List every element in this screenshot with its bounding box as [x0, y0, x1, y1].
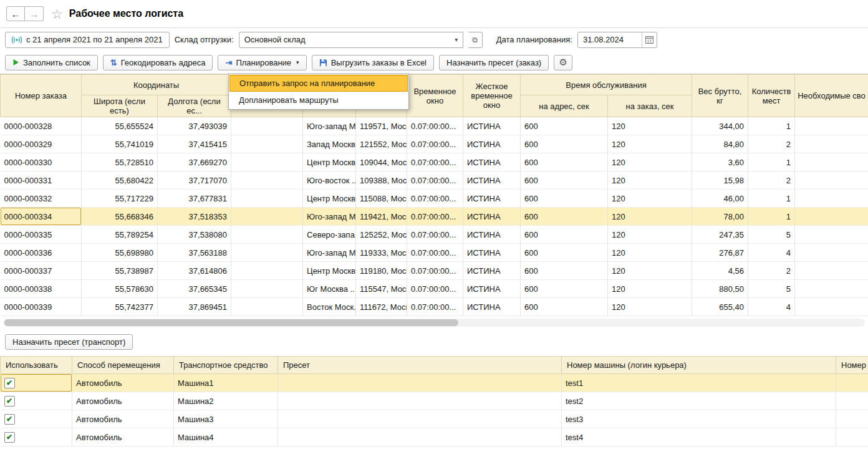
col-header-order-no[interactable]: Номер заказа [1, 75, 82, 117]
order-cell-region[interactable]: Восток Моск... [303, 298, 356, 316]
planning-date-input[interactable]: 31.08.2024 [577, 32, 657, 48]
order-cell-svc_addr[interactable]: 600 [521, 280, 608, 298]
col-header-props[interactable]: Необходимые сво [795, 75, 868, 117]
order-cell-region[interactable]: Центр Москв... [303, 153, 356, 171]
transport-cell-use[interactable]: ✔ [1, 428, 72, 446]
order-cell-props[interactable] [795, 190, 868, 208]
order-cell-window[interactable]: 0.07:00:00... [407, 244, 463, 262]
order-cell-order[interactable]: 0000-000336 [1, 244, 82, 262]
order-cell-region[interactable]: Юго-запад М... [303, 117, 356, 135]
order-cell-lon[interactable]: 37,563188 [158, 244, 231, 262]
col-header-method[interactable]: Способ перемещения [72, 357, 174, 374]
order-cell-hard[interactable]: ИСТИНА [463, 117, 521, 135]
order-cell-window[interactable]: 0.07:00:00... [407, 135, 463, 153]
order-cell-hard[interactable]: ИСТИНА [463, 280, 521, 298]
order-cell-order[interactable]: 0000-000334 [1, 208, 82, 226]
order-cell-order[interactable]: 0000-000338 [1, 280, 82, 298]
transport-cell-vehicle[interactable]: Машина3 [174, 410, 278, 428]
period-selector[interactable]: с 21 апреля 2021 по 21 апреля 2021 [5, 32, 170, 48]
order-cell-lat[interactable]: 55,742377 [82, 298, 158, 316]
order-cell-weight[interactable]: 880,50 [692, 280, 748, 298]
order-cell-region[interactable]: Юго-восток ... [303, 171, 356, 190]
order-cell-svc_order[interactable]: 120 [608, 153, 692, 171]
order-cell-lat[interactable]: 55,728510 [82, 153, 158, 171]
col-header-hard-window[interactable]: Жесткое временное окно [463, 75, 521, 117]
order-cell-hard[interactable]: ИСТИНА [463, 153, 521, 171]
order-cell-svc_addr[interactable]: 600 [521, 244, 608, 262]
order-cell-window[interactable]: 0.07:00:00... [407, 280, 463, 298]
order-cell-lat[interactable]: 55,680422 [82, 171, 158, 190]
order-cell-hard[interactable]: ИСТИНА [463, 226, 521, 244]
order-cell-order[interactable]: 0000-000337 [1, 262, 82, 280]
order-cell-address[interactable]: 109044, Москв... [356, 153, 407, 171]
order-cell-places[interactable]: 4 [748, 244, 795, 262]
order-cell-hard[interactable]: ИСТИНА [463, 262, 521, 280]
transport-cell-method[interactable]: Автомобиль [72, 374, 174, 392]
order-cell-address[interactable]: 115088, Москв... [356, 190, 407, 208]
favorite-star-icon[interactable]: ☆ [51, 7, 63, 21]
order-cell-window[interactable]: 0.07:00:00... [407, 298, 463, 316]
order-cell-hard[interactable]: ИСТИНА [463, 171, 521, 190]
order-cell-svc_addr[interactable]: 600 [521, 153, 608, 171]
order-cell-col4[interactable] [231, 117, 303, 135]
order-cell-window[interactable]: 0.07:00:00... [407, 171, 463, 190]
scrollbar-thumb[interactable] [4, 319, 458, 326]
transport-cell-method[interactable]: Автомобиль [72, 410, 174, 428]
order-cell-order[interactable]: 0000-000330 [1, 153, 82, 171]
order-cell-region[interactable]: Северо-запа... [303, 226, 356, 244]
order-cell-svc_addr[interactable]: 600 [521, 226, 608, 244]
order-cell-lat[interactable]: 55,655524 [82, 117, 158, 135]
warehouse-combo[interactable]: Основной склад ▾ [239, 32, 463, 48]
order-row[interactable]: 0000-00033855,57863037,665345Юг Москва .… [1, 280, 868, 298]
order-cell-col4[interactable] [231, 153, 303, 171]
order-cell-lat[interactable]: 55,717229 [82, 190, 158, 208]
order-row[interactable]: 0000-00032855,65552437,493039Юго-запад М… [1, 117, 868, 135]
transport-cell-use[interactable]: ✔ [1, 374, 72, 392]
order-cell-weight[interactable]: 276,87 [692, 244, 748, 262]
order-row[interactable]: 0000-00033655,69898037,563188Юго-запад М… [1, 244, 868, 262]
order-cell-hard[interactable]: ИСТИНА [463, 244, 521, 262]
order-cell-order[interactable]: 0000-000339 [1, 298, 82, 316]
order-cell-lat[interactable]: 55,738987 [82, 262, 158, 280]
horizontal-scrollbar[interactable] [3, 319, 865, 327]
settings-button[interactable]: ⚙ [554, 55, 572, 70]
order-cell-region[interactable]: Юго-запад М... [303, 244, 356, 262]
order-cell-order[interactable]: 0000-000331 [1, 171, 82, 190]
transport-cell-use[interactable]: ✔ [1, 392, 72, 410]
forward-button[interactable]: → [25, 6, 44, 21]
order-cell-hard[interactable]: ИСТИНА [463, 298, 521, 316]
col-header-time-window[interactable]: Временное окно [407, 75, 463, 117]
geocode-button[interactable]: ⇅ Геокодировать адреса [103, 55, 213, 70]
order-cell-col4[interactable] [231, 208, 303, 226]
transport-cell-vehicle[interactable]: Машина4 [174, 428, 278, 446]
order-cell-svc_addr[interactable]: 600 [521, 298, 608, 316]
order-cell-weight[interactable]: 78,00 [692, 208, 748, 226]
order-row[interactable]: 0000-00033155,68042237,717070Юго-восток … [1, 171, 868, 190]
order-cell-address[interactable]: 119180, Москв... [356, 262, 407, 280]
order-cell-window[interactable]: 0.07:00:00... [407, 153, 463, 171]
transport-cell-preset[interactable] [278, 428, 562, 446]
order-cell-places[interactable]: 5 [748, 280, 795, 298]
order-cell-svc_addr[interactable]: 600 [521, 135, 608, 153]
order-cell-svc_order[interactable]: 120 [608, 190, 692, 208]
transport-row[interactable]: ✔АвтомобильМашина1test1 [1, 374, 868, 392]
order-cell-region[interactable]: Юг Москва ... [303, 280, 356, 298]
transport-cell-vehicle[interactable]: Машина1 [174, 374, 278, 392]
order-cell-order[interactable]: 0000-000335 [1, 226, 82, 244]
order-cell-lon[interactable]: 37,669270 [158, 153, 231, 171]
order-cell-hard[interactable]: ИСТИНА [463, 135, 521, 153]
order-cell-lon[interactable]: 37,665345 [158, 280, 231, 298]
warehouse-open-button[interactable]: ⧉ [468, 32, 483, 48]
order-cell-lat[interactable]: 55,741019 [82, 135, 158, 153]
transport-cell-login[interactable]: test3 [562, 410, 836, 428]
transport-cell-vehicle[interactable]: Машина2 [174, 392, 278, 410]
order-cell-svc_order[interactable]: 120 [608, 244, 692, 262]
transport-cell-login[interactable]: test2 [562, 392, 836, 410]
menu-item-replan-routes[interactable]: Допланировать маршруты [229, 92, 408, 108]
order-cell-props[interactable] [795, 280, 868, 298]
order-cell-svc_addr[interactable]: 600 [521, 190, 608, 208]
menu-item-send-planning-request[interactable]: Отправить запрос на планирование [229, 75, 408, 92]
transport-cell-extra[interactable] [836, 428, 868, 446]
col-header-coordinates-group[interactable]: Координаты [82, 75, 231, 95]
order-row[interactable]: 0000-00033055,72851037,669270Центр Москв… [1, 153, 868, 171]
